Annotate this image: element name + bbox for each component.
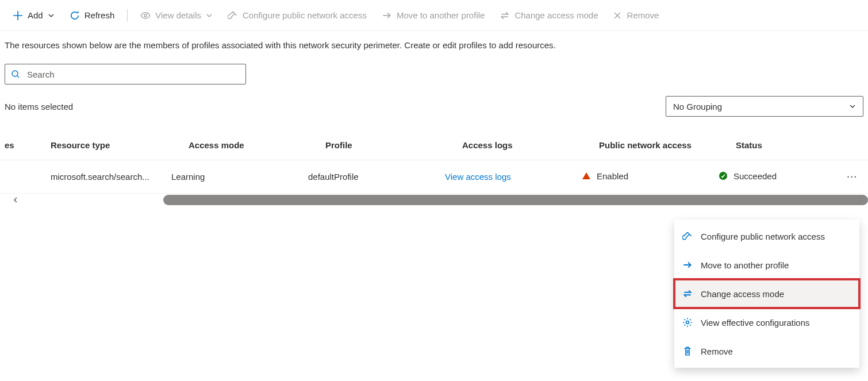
remove-label: Remove <box>627 10 659 20</box>
col-header-access-mode[interactable]: Access mode <box>189 140 325 150</box>
horizontal-scrollbar[interactable] <box>0 194 868 206</box>
add-button[interactable]: Add <box>7 4 60 27</box>
grouping-value: No Grouping <box>673 102 722 111</box>
refresh-label: Refresh <box>85 10 115 20</box>
view-access-logs-link[interactable]: View access logs <box>445 172 511 182</box>
eye-icon <box>140 10 151 21</box>
svg-point-0 <box>12 71 18 76</box>
refresh-icon <box>70 10 80 21</box>
change-access-mode-button: Change access mode <box>494 4 604 27</box>
chevron-down-icon <box>206 12 213 19</box>
scrollbar-thumb[interactable] <box>163 195 868 205</box>
toolbar-divider <box>127 9 128 22</box>
move-profile-label: Move to another profile <box>397 10 485 20</box>
add-label: Add <box>28 10 43 20</box>
refresh-button[interactable]: Refresh <box>64 4 121 27</box>
change-access-label: Change access mode <box>514 10 598 20</box>
grid-header-row: es Resource type Access mode Profile Acc… <box>0 130 868 160</box>
cell-public-network: Enabled <box>597 171 628 181</box>
plug-icon <box>228 10 238 21</box>
cell-resource-type: microsoft.search/search... <box>51 172 171 182</box>
cell-access-mode: Learning <box>171 172 308 182</box>
description-text: The resources shown below are the member… <box>0 31 868 50</box>
plus-icon <box>13 10 23 21</box>
view-details-button: View details <box>135 4 218 27</box>
scroll-left-icon[interactable] <box>12 197 19 203</box>
col-header-status[interactable]: Status <box>736 140 828 150</box>
swap-icon <box>500 10 510 21</box>
cell-status: Succeeded <box>733 171 777 181</box>
col-header-profile[interactable]: Profile <box>325 140 462 150</box>
chevron-down-icon <box>48 12 55 19</box>
selection-status: No items selected <box>5 102 73 111</box>
grouping-dropdown[interactable]: No Grouping <box>666 96 863 117</box>
remove-button: Remove <box>607 4 665 27</box>
col-header-es[interactable]: es <box>5 140 51 150</box>
row-more-button[interactable]: ··· <box>847 172 858 182</box>
col-header-resource-type[interactable]: Resource type <box>51 140 189 150</box>
configure-public-network-button: Configure public network access <box>222 4 372 27</box>
table-row[interactable]: microsoft.search/search... Learning defa… <box>0 160 868 194</box>
search-input[interactable] <box>26 69 240 80</box>
move-profile-button: Move to another profile <box>376 4 490 27</box>
chevron-down-icon <box>849 103 856 110</box>
close-icon <box>613 11 622 20</box>
cell-profile: defaultProfile <box>308 172 445 182</box>
resources-grid: es Resource type Access mode Profile Acc… <box>0 130 868 206</box>
command-bar: Add Refresh View details Configure publi… <box>0 0 868 31</box>
view-details-label: View details <box>155 10 201 20</box>
col-header-public-network[interactable]: Public network access <box>599 140 736 150</box>
warning-icon <box>582 171 591 180</box>
col-header-access-logs[interactable]: Access logs <box>462 140 599 150</box>
configure-public-label: Configure public network access <box>243 10 367 20</box>
search-icon <box>11 70 20 79</box>
arrow-right-icon <box>382 10 392 21</box>
search-box[interactable] <box>5 64 246 84</box>
success-icon <box>719 171 728 180</box>
